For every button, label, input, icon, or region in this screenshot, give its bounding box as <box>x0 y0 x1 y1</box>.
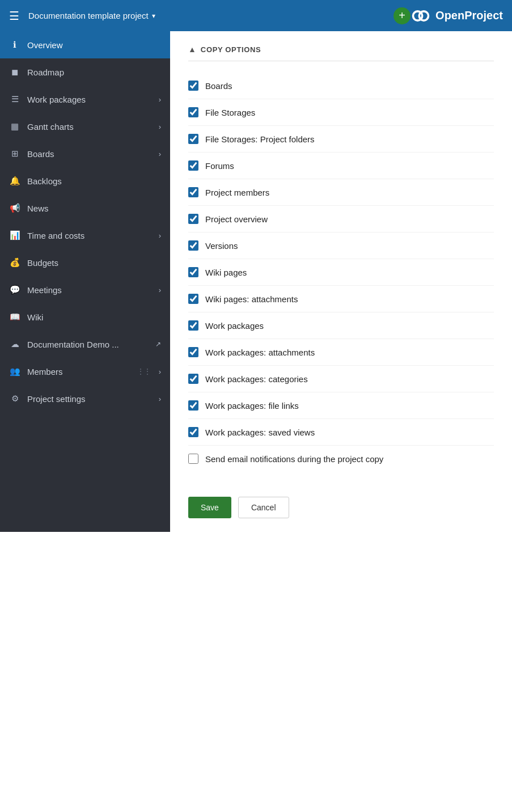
sidebar-item-boards[interactable]: ⊞Boards› <box>0 140 170 167</box>
sidebar-item-budgets[interactable]: 💰Budgets <box>0 249 170 276</box>
sidebar-item-label-budgets: Budgets <box>27 258 161 268</box>
add-button[interactable]: + <box>393 7 411 24</box>
cancel-button[interactable]: Cancel <box>238 497 289 518</box>
gantt-charts-arrow-icon: › <box>159 122 161 131</box>
checkbox-work-packages[interactable] <box>188 320 198 331</box>
sidebar-item-label-work-packages: Work packages <box>27 95 152 104</box>
copy-options-header: ▲ COPY OPTIONS <box>188 45 494 61</box>
time-and-costs-icon: 📊 <box>9 230 20 241</box>
checkbox-row-project-overview: Project overview <box>188 206 494 232</box>
sidebar-item-meetings[interactable]: 💬Meetings› <box>0 276 170 303</box>
sidebar-item-label-wiki: Wiki <box>27 312 161 322</box>
checkbox-label-project-overview: Project overview <box>205 214 268 224</box>
sidebar-item-wiki[interactable]: 📖Wiki <box>0 303 170 331</box>
sidebar-item-label-documentation-demo: Documentation Demo ... <box>27 340 149 349</box>
checkbox-row-file-storages-project-folders: File Storages: Project folders <box>188 126 494 153</box>
sidebar-item-project-settings[interactable]: ⚙Project settings› <box>0 385 170 412</box>
sidebar-item-roadmap[interactable]: ◼Roadmap <box>0 58 170 86</box>
topbar: ☰ Documentation template project ▾ + Ope… <box>0 0 512 31</box>
app-name: OpenProject <box>435 9 503 22</box>
checkbox-row-work-packages-attachments: Work packages: attachments <box>188 339 494 366</box>
layout: ℹOverview◼Roadmap☰Work packages›▦Gantt c… <box>0 31 512 532</box>
sidebar-item-backlogs[interactable]: 🔔Backlogs <box>0 167 170 194</box>
checkbox-label-project-members: Project members <box>205 188 269 197</box>
members-arrow-icon: › <box>159 367 161 376</box>
project-selector[interactable]: Documentation template project ▾ <box>28 11 387 20</box>
checkbox-work-packages-attachments[interactable] <box>188 347 198 357</box>
sidebar-item-overview[interactable]: ℹOverview <box>0 31 170 58</box>
wiki-icon: 📖 <box>9 311 20 323</box>
sidebar-item-label-overview: Overview <box>27 40 161 50</box>
boards-arrow-icon: › <box>159 150 161 158</box>
backlogs-icon: 🔔 <box>9 175 20 187</box>
checkbox-row-wiki-pages-attachments: Wiki pages: attachments <box>188 286 494 312</box>
checkbox-forums[interactable] <box>188 160 198 171</box>
openproject-logo-icon <box>411 6 431 26</box>
documentation-demo-icon: ☁ <box>9 339 20 350</box>
checkbox-row-forums: Forums <box>188 153 494 179</box>
main-content: ▲ COPY OPTIONS BoardsFile StoragesFile S… <box>170 31 512 532</box>
checkbox-label-send-email-notifications: Send email notifications during the proj… <box>205 454 383 464</box>
hamburger-icon[interactable]: ☰ <box>9 9 19 23</box>
sidebar-item-label-roadmap: Roadmap <box>27 67 161 77</box>
checkbox-row-versions: Versions <box>188 232 494 259</box>
checkbox-boards[interactable] <box>188 81 198 91</box>
collapse-icon[interactable]: ▲ <box>188 45 196 54</box>
checkbox-row-work-packages-categories: Work packages: categories <box>188 366 494 392</box>
sidebar-item-label-time-and-costs: Time and costs <box>27 231 152 240</box>
sidebar-item-label-news: News <box>27 204 161 213</box>
checkbox-file-storages[interactable] <box>188 107 198 117</box>
svg-point-1 <box>419 11 428 20</box>
checkbox-row-project-members: Project members <box>188 179 494 206</box>
checkbox-work-packages-file-links[interactable] <box>188 400 198 411</box>
form-actions: Save Cancel <box>188 488 494 518</box>
checkbox-work-packages-categories[interactable] <box>188 374 198 384</box>
checkbox-label-file-storages: File Storages <box>205 108 255 117</box>
checkbox-label-work-packages-file-links: Work packages: file links <box>205 401 299 411</box>
sidebar-item-news[interactable]: 📢News <box>0 194 170 222</box>
save-button[interactable]: Save <box>188 497 231 518</box>
external-link-icon: ↗ <box>155 340 161 348</box>
drag-handle-icon: ⋮⋮ <box>137 367 151 375</box>
checkbox-versions[interactable] <box>188 240 198 251</box>
checkbox-row-work-packages: Work packages <box>188 312 494 339</box>
sidebar: ℹOverview◼Roadmap☰Work packages›▦Gantt c… <box>0 31 170 532</box>
copy-options-section: ▲ COPY OPTIONS BoardsFile StoragesFile S… <box>170 31 512 532</box>
gantt-charts-icon: ▦ <box>9 121 20 132</box>
sidebar-item-members[interactable]: 👥Members⋮⋮› <box>0 358 170 385</box>
sidebar-item-label-members: Members <box>27 367 152 377</box>
work-packages-icon: ☰ <box>9 94 20 105</box>
sidebar-item-documentation-demo[interactable]: ☁Documentation Demo ... ↗ <box>0 331 170 358</box>
checkbox-label-work-packages: Work packages <box>205 321 264 331</box>
time-and-costs-arrow-icon: › <box>159 231 161 240</box>
work-packages-arrow-icon: › <box>159 95 161 104</box>
sidebar-item-gantt-charts[interactable]: ▦Gantt charts› <box>0 113 170 140</box>
checkbox-send-email-notifications[interactable] <box>188 454 198 464</box>
checkbox-wiki-pages-attachments[interactable] <box>188 294 198 304</box>
sidebar-item-label-meetings: Meetings <box>27 285 152 295</box>
checkbox-file-storages-project-folders[interactable] <box>188 134 198 144</box>
members-icon: 👥 <box>9 366 20 377</box>
checkbox-row-file-storages: File Storages <box>188 99 494 126</box>
checkbox-project-overview[interactable] <box>188 214 198 224</box>
checkbox-label-wiki-pages-attachments: Wiki pages: attachments <box>205 294 298 304</box>
sidebar-item-work-packages[interactable]: ☰Work packages› <box>0 86 170 113</box>
checkbox-row-work-packages-file-links: Work packages: file links <box>188 392 494 419</box>
project-caret-icon: ▾ <box>152 12 155 20</box>
checkbox-label-work-packages-attachments: Work packages: attachments <box>205 348 315 357</box>
checkbox-row-boards: Boards <box>188 73 494 99</box>
checkbox-label-work-packages-saved-views: Work packages: saved views <box>205 428 315 437</box>
sidebar-item-label-backlogs: Backlogs <box>27 176 161 186</box>
sidebar-item-time-and-costs[interactable]: 📊Time and costs› <box>0 222 170 249</box>
boards-icon: ⊞ <box>9 148 20 159</box>
meetings-icon: 💬 <box>9 284 20 295</box>
checkbox-project-members[interactable] <box>188 187 198 197</box>
checkbox-row-work-packages-saved-views: Work packages: saved views <box>188 419 494 446</box>
budgets-icon: 💰 <box>9 257 20 268</box>
meetings-arrow-icon: › <box>159 286 161 294</box>
checkbox-label-file-storages-project-folders: File Storages: Project folders <box>205 134 315 144</box>
project-settings-icon: ⚙ <box>9 393 20 404</box>
overview-icon: ℹ <box>9 39 20 50</box>
checkbox-work-packages-saved-views[interactable] <box>188 427 198 437</box>
checkbox-wiki-pages[interactable] <box>188 267 198 277</box>
